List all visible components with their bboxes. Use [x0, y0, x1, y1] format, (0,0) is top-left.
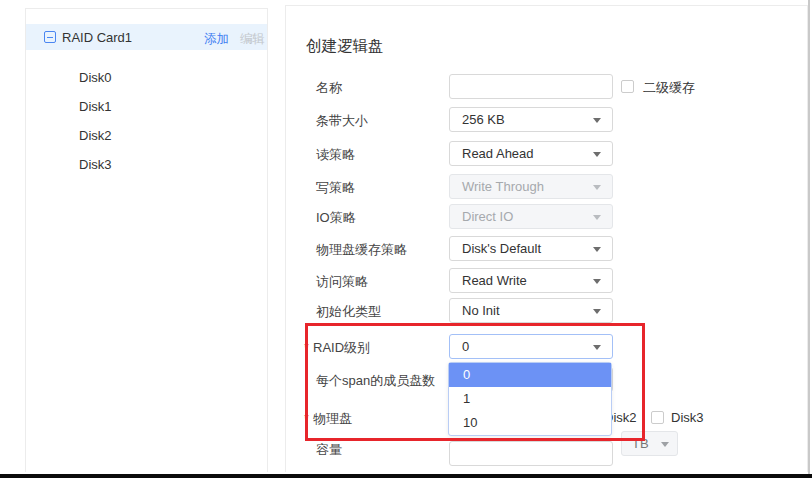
chevron-down-icon	[661, 442, 669, 447]
chevron-down-icon	[593, 215, 601, 220]
chevron-down-icon	[593, 309, 601, 314]
chevron-down-icon	[593, 279, 601, 284]
raid-level-label: *RAID级别	[304, 339, 370, 357]
sidebar-item-disk3[interactable]: Disk3	[26, 150, 267, 179]
access-policy-row: 访问策略 Read Write	[286, 268, 807, 293]
write-policy-label: 写策略	[316, 179, 355, 197]
stripe-size-label: 条带大小	[316, 112, 368, 130]
secondary-cache-checkbox[interactable]	[621, 80, 634, 93]
raid-config-screen: RAID Card1 添加 编辑 Disk0 Disk1 Disk2 Disk3…	[0, 0, 812, 479]
chevron-down-icon	[593, 118, 601, 123]
write-policy-select: Write Through	[449, 174, 613, 199]
io-policy-select: Direct IO	[449, 204, 613, 229]
disk3-check-item: Disk3	[651, 410, 664, 428]
raid-level-option-10[interactable]: 10	[449, 411, 611, 435]
sidebar-item-disk0[interactable]: Disk0	[26, 63, 267, 92]
access-policy-select[interactable]: Read Write	[449, 268, 613, 293]
collapse-minus-icon[interactable]	[44, 31, 56, 43]
page-title: 创建逻辑盘	[306, 36, 384, 57]
read-policy-select[interactable]: Read Ahead	[449, 141, 613, 166]
chevron-down-icon	[593, 247, 601, 252]
capacity-label: 容量	[316, 441, 342, 459]
raid-level-select[interactable]: 0	[449, 334, 613, 359]
chevron-down-icon	[593, 345, 601, 350]
read-policy-label: 读策略	[316, 146, 355, 164]
raid-level-dropdown: 0 1 10	[448, 362, 612, 436]
raid-tree-sidebar: RAID Card1 添加 编辑 Disk0 Disk1 Disk2 Disk3	[25, 8, 268, 472]
disk-list: Disk0 Disk1 Disk2 Disk3	[26, 63, 267, 179]
required-marker: *	[304, 340, 309, 355]
access-policy-label: 访问策略	[316, 273, 368, 291]
stripe-size-row: 条带大小 256 KB	[286, 107, 807, 132]
raid-level-option-1[interactable]: 1	[449, 387, 611, 411]
secondary-cache-label: 二级缓存	[643, 79, 695, 97]
raid-card-label: RAID Card1	[62, 30, 132, 45]
window-right-edge	[808, 0, 810, 474]
name-row: 名称 二级缓存	[286, 74, 807, 99]
name-label: 名称	[316, 79, 342, 97]
io-policy-label: IO策略	[316, 209, 356, 227]
sidebar-item-disk1[interactable]: Disk1	[26, 92, 267, 121]
window-bottom-edge	[0, 474, 812, 478]
init-type-label: 初始化类型	[316, 303, 381, 321]
capacity-input[interactable]	[449, 441, 613, 466]
span-members-label: 每个span的成员盘数	[316, 372, 435, 390]
disk-cache-policy-label: 物理盘缓存策略	[316, 241, 407, 259]
read-policy-row: 读策略 Read Ahead	[286, 141, 807, 166]
disk3-checkbox[interactable]	[651, 411, 664, 424]
stripe-size-select[interactable]: 256 KB	[449, 107, 613, 132]
init-type-select[interactable]: No Init	[449, 298, 613, 323]
write-policy-row: 写策略 Write Through	[286, 174, 807, 199]
chevron-down-icon	[593, 185, 601, 190]
edit-link[interactable]: 编辑	[240, 31, 265, 48]
capacity-unit-select: TB	[621, 431, 678, 456]
disk-cache-policy-row: 物理盘缓存策略 Disk's Default	[286, 236, 807, 261]
add-link[interactable]: 添加	[204, 31, 229, 48]
io-policy-row: IO策略 Direct IO	[286, 204, 807, 229]
sidebar-item-disk2[interactable]: Disk2	[26, 121, 267, 150]
raid-card-row[interactable]: RAID Card1 添加 编辑	[26, 24, 267, 50]
chevron-down-icon	[593, 152, 601, 157]
disk-cache-policy-select[interactable]: Disk's Default	[449, 236, 613, 261]
capacity-row: 容量 TB	[286, 436, 807, 461]
init-type-row: 初始化类型 No Init	[286, 298, 807, 323]
raid-level-row: *RAID级别 0	[286, 334, 807, 359]
raid-level-option-0[interactable]: 0	[449, 363, 611, 387]
secondary-cache-group: 二级缓存	[621, 79, 634, 97]
name-input[interactable]	[449, 74, 613, 99]
